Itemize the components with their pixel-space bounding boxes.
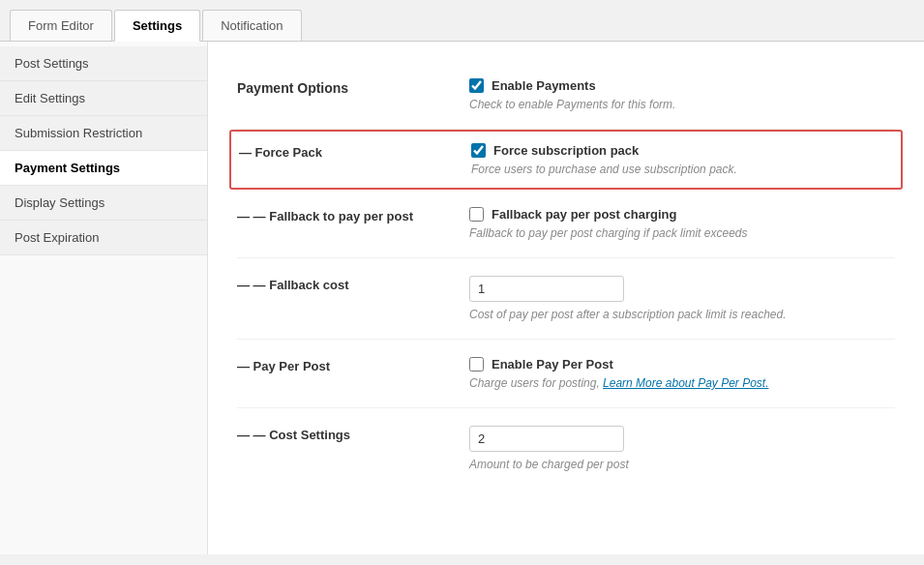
sidebar-item-submission-restriction[interactable]: Submission Restriction [0,116,207,151]
label-force-pack: — Force Pack [239,143,471,160]
app-container: Form Editor Settings Notification Post S… [0,0,924,565]
label-fallback-cost: — — Fallback cost [237,276,469,292]
fallback-cost-hint: Cost of pay per post after a subscriptio… [469,308,895,321]
cost-settings-input[interactable] [469,426,624,452]
force-subscription-hint: Force users to purchase and use subscrip… [471,163,893,176]
control-payment-options: Enable Payments Check to enable Payments… [469,78,895,111]
sidebar-item-edit-settings[interactable]: Edit Settings [0,81,207,116]
pay-per-post-learn-more-link[interactable]: Learn More about Pay Per Post. [603,376,768,390]
fallback-checkbox-row: Fallback pay per post charging [469,207,895,222]
row-force-pack: — Force Pack Force subscription pack For… [229,130,903,190]
control-fallback-pay-per-post: Fallback pay per post charging Fallback … [469,207,895,240]
label-cost-settings: — — Cost Settings [237,426,469,442]
pay-per-post-hint: Charge users for posting, Learn More abo… [469,376,895,390]
row-fallback-pay-per-post: — — Fallback to pay per post Fallback pa… [237,190,895,258]
content-area: Payment Options Enable Payments Check to… [208,42,924,554]
row-cost-settings: — — Cost Settings Amount to be charged p… [237,408,895,489]
label-payment-options: Payment Options [237,78,469,96]
force-subscription-checkbox-row: Force subscription pack [471,143,893,158]
enable-payments-checkbox-row: Enable Payments [469,78,895,93]
control-pay-per-post: Enable Pay Per Post Charge users for pos… [469,357,895,390]
enable-payments-checkbox[interactable] [469,78,484,93]
label-pay-per-post: — Pay Per Post [237,357,469,373]
sidebar-item-post-settings[interactable]: Post Settings [0,46,207,81]
sidebar: Post Settings Edit Settings Submission R… [0,42,208,554]
pay-per-post-checkbox-row: Enable Pay Per Post [469,357,895,372]
cost-settings-hint: Amount to be charged per post [469,458,895,471]
fallback-pay-per-post-checkbox[interactable] [469,207,484,222]
fallback-cost-input[interactable] [469,276,624,302]
enable-pay-per-post-checkbox[interactable] [469,357,484,372]
row-pay-per-post: — Pay Per Post Enable Pay Per Post Charg… [237,340,895,408]
row-fallback-cost: — — Fallback cost Cost of pay per post a… [237,258,895,340]
sidebar-item-payment-settings[interactable]: Payment Settings [0,151,207,186]
label-fallback-pay-per-post: — — Fallback to pay per post [237,207,469,223]
row-payment-options: Payment Options Enable Payments Check to… [237,61,895,130]
tab-form-editor[interactable]: Form Editor [10,10,112,41]
control-force-pack: Force subscription pack Force users to p… [471,143,893,176]
control-cost-settings: Amount to be charged per post [469,426,895,471]
force-subscription-checkbox[interactable] [471,143,486,158]
tab-notification[interactable]: Notification [202,10,301,41]
control-fallback-cost: Cost of pay per post after a subscriptio… [469,276,895,321]
tab-settings[interactable]: Settings [114,10,200,42]
sidebar-item-display-settings[interactable]: Display Settings [0,186,207,221]
sidebar-item-post-expiration[interactable]: Post Expiration [0,221,207,255]
main-layout: Post Settings Edit Settings Submission R… [0,42,924,554]
fallback-hint: Fallback to pay per post charging if pac… [469,226,895,240]
tab-bar: Form Editor Settings Notification [0,0,924,42]
enable-payments-hint: Check to enable Payments for this form. [469,98,895,111]
